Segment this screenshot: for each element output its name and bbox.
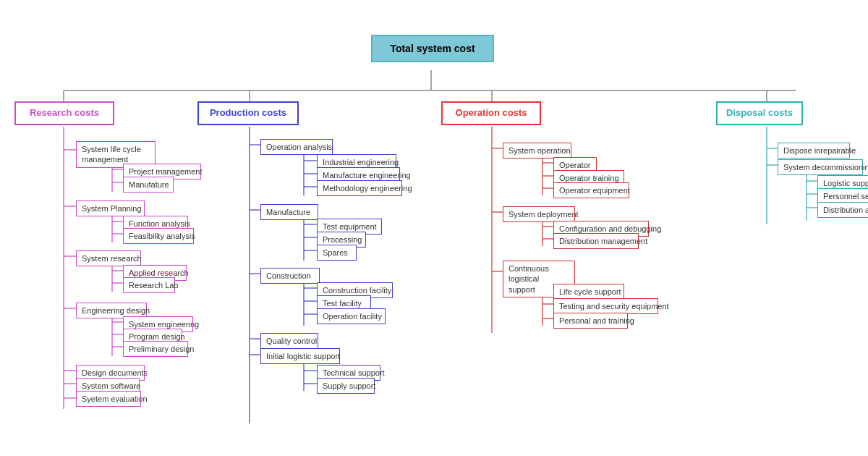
manufature-node: Manufature bbox=[123, 177, 174, 193]
operation-costs-node: Operation costs bbox=[441, 101, 541, 125]
system-deployment-node: System deployment bbox=[503, 206, 575, 222]
system-operation-node: System operation bbox=[503, 143, 571, 159]
operation-analysis-node: Operation analysis bbox=[260, 139, 333, 155]
chart-container: Total system cost Research costs System … bbox=[0, 0, 868, 456]
dispose-inrepairable-node: Dispose inrepairable bbox=[778, 143, 850, 159]
initial-logistic-support-node: Initial logistic support bbox=[260, 348, 340, 364]
personal-training-node: Personal and training bbox=[553, 313, 628, 329]
research-costs-node: Research costs bbox=[14, 101, 114, 125]
system-evaluation-node: Syetem evaluation bbox=[76, 391, 141, 407]
research-lab-node: Research Lab bbox=[123, 277, 175, 293]
system-research-node: System research bbox=[76, 250, 141, 266]
distribution-handing-node: Distribution and handing bbox=[817, 202, 868, 218]
construction-node: Construction bbox=[260, 268, 320, 284]
preliminary-design-node: Preliminary design bbox=[123, 341, 188, 357]
spares-node: Spares bbox=[317, 245, 357, 261]
methodology-engineering-node: Methodology engineering bbox=[317, 180, 402, 196]
life-cycle-support-node: Life cycle support bbox=[553, 284, 624, 300]
root-node: Total system cost bbox=[371, 35, 494, 62]
operation-facility-node: Operation facility bbox=[317, 308, 386, 324]
system-planning-node: System Planning bbox=[76, 200, 145, 216]
manufacture-node: Manufacture bbox=[260, 204, 318, 220]
distribution-management-node: Distribution management bbox=[553, 233, 639, 249]
supply-support-node: Supply support bbox=[317, 378, 375, 394]
quality-control-node: Quality control bbox=[260, 333, 318, 349]
feasibility-analysis-node: Feasibility analysis bbox=[123, 228, 194, 244]
production-costs-node: Production costs bbox=[197, 101, 299, 125]
operator-equipment-node: Operator equipment bbox=[553, 182, 629, 198]
testing-security-equipment-node: Testing and security equipment bbox=[553, 298, 658, 314]
system-decommissioning-node: System decommissioning bbox=[778, 159, 863, 175]
disposal-costs-node: Disposal costs bbox=[716, 101, 803, 125]
